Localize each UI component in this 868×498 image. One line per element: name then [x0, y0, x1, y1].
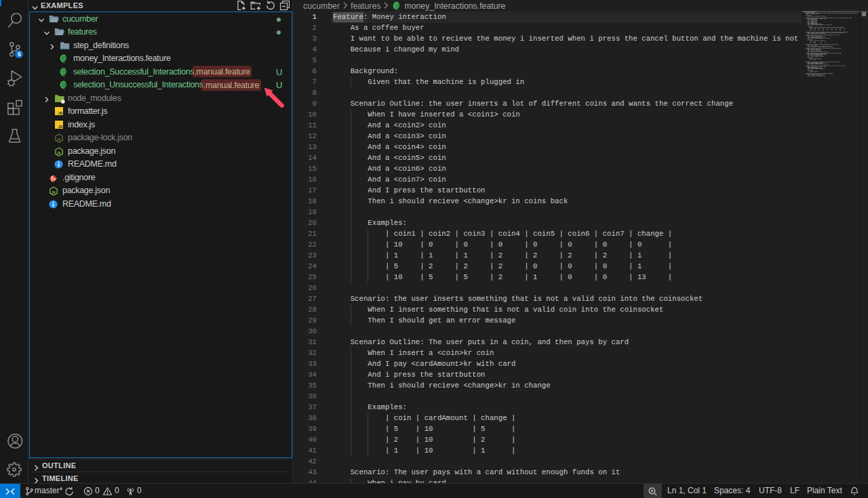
svg-text:JS: JS — [58, 124, 62, 129]
svg-text:js: js — [57, 149, 61, 154]
svg-text:js: js — [57, 136, 61, 141]
svg-text:JS: JS — [58, 110, 62, 115]
svg-text:js: js — [52, 189, 56, 194]
